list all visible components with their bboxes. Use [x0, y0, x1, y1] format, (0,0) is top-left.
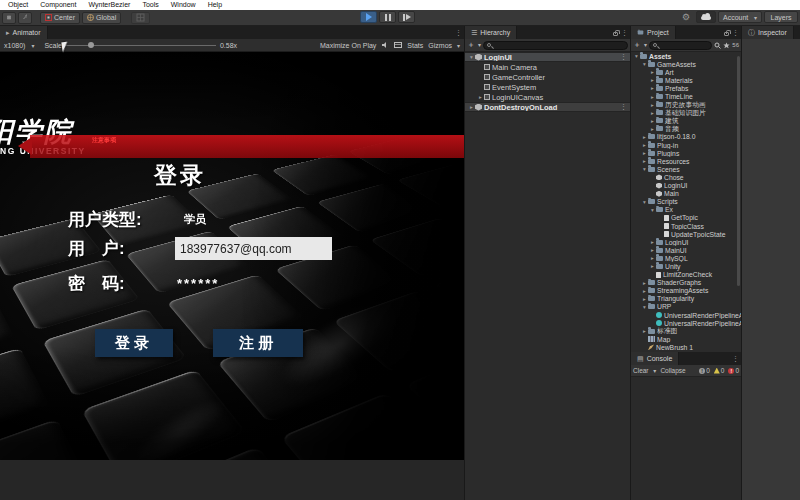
step-button[interactable]: [398, 11, 415, 23]
custom-tools-icon[interactable]: [18, 12, 32, 24]
tree-row[interactable]: ▾Ex: [631, 206, 741, 214]
scene-menu-icon[interactable]: ⋮: [620, 53, 627, 61]
project-menu-icon[interactable]: ⋮: [732, 29, 739, 37]
tree-expand-arrow[interactable]: ▸: [649, 118, 656, 124]
tree-row[interactable]: NewBrush 1: [631, 343, 741, 351]
tree-row[interactable]: ▸LoginUICanvas: [465, 92, 630, 102]
tree-row[interactable]: ▸Triangularity: [631, 295, 741, 303]
tree-expand-arrow[interactable]: ▸: [641, 158, 648, 164]
grid-snap-icon[interactable]: [2, 12, 16, 24]
tree-expand-arrow[interactable]: ▸: [641, 288, 648, 294]
account-dropdown[interactable]: Account▾: [718, 11, 762, 23]
mute-audio-icon[interactable]: [381, 41, 389, 49]
user-type-value[interactable]: 学员: [184, 212, 206, 227]
tree-expand-arrow[interactable]: ▸: [468, 104, 475, 110]
services-gear-icon[interactable]: ⚙: [682, 12, 690, 22]
tree-row[interactable]: Chose: [631, 173, 741, 181]
tree-row[interactable]: ▸Prefabs: [631, 84, 741, 92]
tree-expand-arrow[interactable]: ▸: [649, 85, 656, 91]
console-collapse-toggle[interactable]: Collapse: [660, 367, 685, 374]
tree-row[interactable]: ▸MainUI: [631, 246, 741, 254]
tree-row[interactable]: ▸StreamingAssets: [631, 287, 741, 295]
tree-row[interactable]: ▸LoginUI: [631, 238, 741, 246]
hierarchy-search-input[interactable]: [483, 41, 628, 50]
tree-row[interactable]: ▸音频: [631, 125, 741, 133]
project-lock-icon[interactable]: [724, 32, 729, 36]
username-input[interactable]: [175, 237, 332, 260]
pause-button[interactable]: [379, 11, 396, 23]
tree-row[interactable]: ▸建筑: [631, 117, 741, 125]
tree-expand-arrow[interactable]: ▸: [649, 263, 656, 269]
tree-row[interactable]: UniversalRenderPipelineAs: [631, 319, 741, 327]
tree-row[interactable]: UniversalRenderPipelineAs: [631, 311, 741, 319]
hierarchy-scene-row[interactable]: ▸DontDestroyOnLoad⋮: [465, 102, 630, 112]
tree-expand-arrow[interactable]: ▸: [641, 150, 648, 156]
tree-expand-arrow[interactable]: ▸: [649, 239, 656, 245]
tree-expand-arrow[interactable]: ▸: [641, 134, 648, 140]
tree-row[interactable]: ▸Materials: [631, 76, 741, 84]
gizmos-dropdown[interactable]: Gizmos ▾: [428, 42, 460, 49]
tree-expand-arrow[interactable]: ▸: [649, 255, 656, 261]
console-clear-button[interactable]: Clear ▾: [633, 367, 656, 374]
tree-expand-arrow[interactable]: ▸: [649, 69, 656, 75]
console-menu-icon[interactable]: ⋮: [732, 355, 739, 363]
tree-expand-arrow[interactable]: ▸: [649, 247, 656, 253]
coord-global-button[interactable]: Global: [82, 12, 121, 24]
tree-row[interactable]: GetTopic: [631, 214, 741, 222]
tree-expand-arrow[interactable]: ▸: [641, 280, 648, 286]
console-filter-warning[interactable]: 0: [714, 367, 725, 374]
layers-dropdown[interactable]: Layers: [764, 11, 798, 23]
hierarchy-lock-icon[interactable]: [613, 32, 618, 36]
tree-expand-arrow[interactable]: ▸: [649, 110, 656, 116]
tree-row[interactable]: ▾URP: [631, 303, 741, 311]
tab-hierarchy[interactable]: ☰ Hierarchy: [465, 26, 517, 39]
menu-item-tools[interactable]: Tools: [136, 0, 164, 10]
tree-row[interactable]: Main: [631, 190, 741, 198]
tree-row[interactable]: ▸基础知识图片: [631, 109, 741, 117]
console-log-area[interactable]: [631, 377, 741, 500]
tree-expand-arrow[interactable]: ▾: [641, 304, 648, 310]
tree-expand-arrow[interactable]: ▾: [641, 61, 648, 67]
project-create-button[interactable]: ＋▾: [633, 41, 647, 49]
tree-expand-arrow[interactable]: ▸: [477, 94, 484, 100]
password-value[interactable]: ******: [177, 276, 219, 291]
console-filter-error[interactable]: !0: [728, 367, 739, 374]
hierarchy-scene-row[interactable]: ▾LoginUI⋮: [465, 52, 630, 62]
tab-console[interactable]: ▤ Console: [631, 352, 679, 365]
tab-animator[interactable]: ▸ Animator: [0, 26, 48, 39]
tree-row[interactable]: Map: [631, 335, 741, 343]
play-button[interactable]: [360, 11, 377, 23]
tree-row[interactable]: ▸ShaderGraphs: [631, 279, 741, 287]
tree-row[interactable]: ▸litjson-0.18.0: [631, 133, 741, 141]
stats-toggle[interactable]: Stats: [407, 42, 423, 49]
tree-row[interactable]: LoginUI: [631, 182, 741, 190]
hidden-packages-count[interactable]: 56: [732, 42, 739, 48]
tree-expand-arrow[interactable]: ▸: [649, 77, 656, 83]
hierarchy-menu-icon[interactable]: ⋮: [621, 29, 628, 37]
tree-expand-arrow[interactable]: ▸: [641, 328, 648, 334]
tree-row[interactable]: ▾Assets: [631, 52, 741, 60]
tree-row[interactable]: ▸Art: [631, 68, 741, 76]
tree-expand-arrow[interactable]: ▸: [649, 94, 656, 100]
tree-row[interactable]: ▾Scripts: [631, 198, 741, 206]
login-button[interactable]: 登录: [95, 329, 173, 357]
tree-row[interactable]: ▸MySQL: [631, 254, 741, 262]
tree-expand-arrow[interactable]: ▸: [641, 296, 648, 302]
tree-row[interactable]: ▸TimeLine: [631, 92, 741, 100]
tree-row[interactable]: LimitZoneCheck: [631, 271, 741, 279]
tree-row[interactable]: ▾GameAssets: [631, 60, 741, 68]
tree-row[interactable]: ▸历史故事动画: [631, 101, 741, 109]
tab-project[interactable]: Project: [631, 26, 676, 39]
menu-item-wynterbezier[interactable]: WynterBezier: [82, 0, 136, 10]
tree-row[interactable]: ▾Scenes: [631, 165, 741, 173]
tree-expand-arrow[interactable]: ▾: [641, 199, 648, 205]
tree-expand-arrow[interactable]: ▾: [641, 166, 648, 172]
menu-item-help[interactable]: Help: [202, 0, 228, 10]
menu-item-window[interactable]: Window: [165, 0, 202, 10]
vsync-icon[interactable]: [394, 41, 402, 49]
search-by-type-icon[interactable]: [714, 42, 721, 49]
tree-row[interactable]: ▸标准图: [631, 327, 741, 335]
game-panel-menu-icon[interactable]: ⋮: [455, 29, 462, 37]
tree-row[interactable]: UpdateTpoicState: [631, 230, 741, 238]
game-viewport[interactable]: 阳学院 YANG UNIVERSITY 注意事项 登录 用户类型:学员用 户:密…: [0, 52, 464, 460]
